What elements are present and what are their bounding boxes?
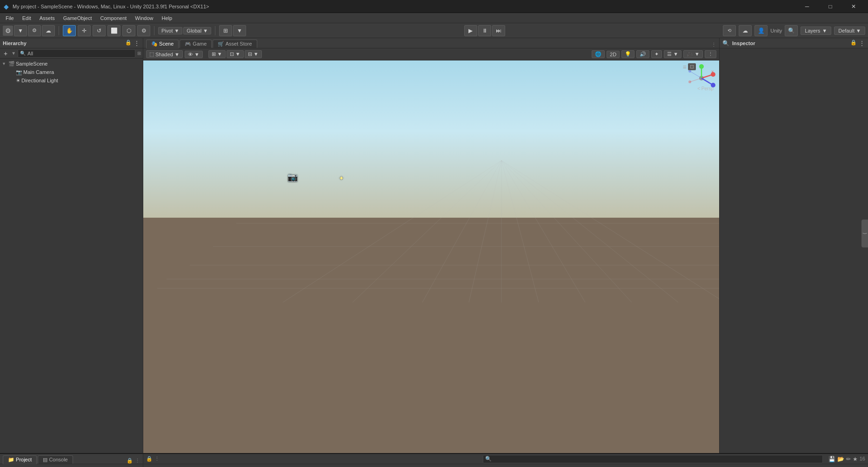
svg-text:Y: Y xyxy=(700,65,702,69)
asset-store-tab[interactable]: 🛒 Asset Store xyxy=(213,40,257,48)
persp-label[interactable]: < Persp xyxy=(697,86,714,91)
bottom-lock-icon[interactable]: 🔒 xyxy=(127,458,133,464)
directional-light-label: Directional Light xyxy=(21,78,58,83)
pause-button[interactable]: ⏸ xyxy=(478,25,491,36)
asset-search-input[interactable] xyxy=(494,456,820,462)
window-title: My project - SampleScene - Windows, Mac,… xyxy=(13,4,793,9)
collab-button[interactable]: ⟲ xyxy=(723,25,736,36)
search-button[interactable]: 🔍 xyxy=(785,25,798,36)
light-viewport-object[interactable]: ✦ xyxy=(339,174,344,182)
game-tab-icon: 🎮 xyxy=(185,41,191,47)
save-asset-icon[interactable]: 💾 xyxy=(828,456,835,462)
view-mode-button[interactable]: 👁 ▼ xyxy=(185,51,203,58)
menu-component[interactable]: Component xyxy=(96,14,130,22)
maximize-button[interactable]: □ xyxy=(820,0,841,13)
samplescene-label: SampleScene xyxy=(16,61,48,67)
scene-more-btn[interactable]: ⋮ xyxy=(705,50,716,58)
layout-button[interactable]: Default ▼ xyxy=(834,27,865,35)
menu-help[interactable]: Help xyxy=(158,14,176,22)
scene-tab-options[interactable]: ⋮ xyxy=(711,42,716,48)
close-button[interactable]: ✕ xyxy=(843,0,864,13)
menu-edit[interactable]: Edit xyxy=(19,14,35,22)
viewport[interactable]: ✋ ✛ ↺ ⬜ ⬡ ⚙ xyxy=(143,60,719,453)
toolbar-left-group: ⚙ ▼ ⚙ ☁ xyxy=(3,25,55,36)
camera-btn[interactable]: 🎥 ▼ xyxy=(683,50,703,58)
gizmos-btn[interactable]: ☰ ▼ xyxy=(664,50,681,58)
directional-light-item[interactable]: ▶ ☀ Directional Light xyxy=(0,76,143,85)
toolbar-dropdown-btn[interactable]: ▼ xyxy=(14,25,27,36)
menu-assets[interactable]: Assets xyxy=(36,14,59,22)
asset-search-bar[interactable]: 🔍 xyxy=(483,455,822,463)
bottom-menu-icon[interactable]: ⋮ xyxy=(135,458,140,464)
star-asset-icon[interactable]: ★ xyxy=(853,456,858,462)
main-camera-item[interactable]: ▶ 📷 Main Camera xyxy=(0,68,143,76)
snap-group: ⊞ ▼ xyxy=(219,25,246,36)
audio-btn[interactable]: 🔊 xyxy=(636,50,649,58)
layers-button[interactable]: Layers ▼ xyxy=(801,27,831,35)
bottom-center-panel: 🔒 ⋮ 🔍 💾 📂 ✏ ★ 16 Assets xyxy=(143,454,868,467)
hierarchy-header-right: 🔒 ⋮ xyxy=(125,40,140,47)
dots-menu-bottom[interactable]: ⋮ xyxy=(154,456,160,462)
window-controls[interactable]: ─ □ ✕ xyxy=(796,0,864,13)
scene-tab[interactable]: 🎭 Scene xyxy=(146,40,179,48)
svg-line-28 xyxy=(690,71,701,78)
toolbar-hand-btn[interactable]: ⚙ xyxy=(28,25,41,36)
view-dropdown-icon: ▼ xyxy=(194,52,200,57)
inspector-lock-icon[interactable]: 🔒 xyxy=(850,40,857,47)
viewport-menu-icon[interactable]: ≡ xyxy=(683,63,687,71)
lock-icon-bottom[interactable]: 🔒 xyxy=(146,456,153,462)
inspector-menu-icon[interactable]: ⋮ xyxy=(859,40,865,47)
viewport-maximize-icon[interactable]: ⊡ xyxy=(688,63,696,70)
menu-window[interactable]: Window xyxy=(131,14,157,22)
hierarchy-search[interactable]: 🔍 All xyxy=(18,49,135,58)
title-bar: ◆ My project - SampleScene - Windows, Ma… xyxy=(0,0,868,13)
console-tab[interactable]: ▤ Console xyxy=(38,455,73,464)
svg-line-26 xyxy=(690,78,701,82)
snap-button[interactable]: ⊞ xyxy=(219,25,232,36)
hand-tool-button[interactable]: ✋ xyxy=(63,25,76,36)
rect-tool-button[interactable]: ⬡ xyxy=(122,25,135,36)
view-icon: 👁 xyxy=(188,52,193,57)
scene-snap-btn[interactable]: ⊡ ▼ xyxy=(227,50,244,58)
project-tab[interactable]: 📁 Project xyxy=(3,455,37,464)
scene-vis-btn[interactable]: ⊟ ▼ xyxy=(245,50,262,58)
account-button[interactable]: 👤 xyxy=(754,25,768,36)
lighting-btn[interactable]: 💡 xyxy=(621,50,634,58)
minimize-button[interactable]: ─ xyxy=(796,0,818,13)
inspector-panel: 🔍 Inspector 🔒 ⋮ xyxy=(719,38,868,453)
global-button[interactable]: Global ▼ xyxy=(183,27,211,34)
scene-tab-label: Scene xyxy=(159,41,174,47)
services-button[interactable]: ☁ xyxy=(739,25,752,36)
shading-mode-button[interactable]: ⬚ Shaded ▼ xyxy=(146,50,183,58)
transform-tool-button[interactable]: ⚙ xyxy=(137,25,150,36)
pivot-button[interactable]: Pivot ▼ xyxy=(158,27,182,34)
play-button[interactable]: ▶ xyxy=(464,25,477,36)
scale-tool-button[interactable]: ⬜ xyxy=(107,25,120,36)
hierarchy-menu-icon[interactable]: ⋮ xyxy=(134,40,140,47)
game-tab[interactable]: 🎮 Game xyxy=(180,40,212,48)
move-tool-button[interactable]: ✛ xyxy=(78,25,91,36)
menu-gameobject[interactable]: GameObject xyxy=(60,14,96,22)
scene-grid-btn[interactable]: ⊞ ▼ xyxy=(208,50,226,58)
right-edge-expand-tab[interactable]: ⟩ xyxy=(861,220,868,247)
hierarchy-filter-button[interactable]: ⊞ xyxy=(137,51,141,56)
project-add-button[interactable]: + xyxy=(3,466,7,467)
rotate-tool-button[interactable]: ↺ xyxy=(93,25,106,36)
toolbar-cloud-btn[interactable]: ☁ xyxy=(42,25,55,36)
hierarchy-lock-icon[interactable]: 🔒 xyxy=(125,40,132,47)
light-arrow-icon: ▶ xyxy=(9,78,15,83)
toolbar-icon-btn[interactable]: ⚙ xyxy=(3,26,13,36)
scene-options-group: ⊞ ▼ ⊡ ▼ ⊟ ▼ xyxy=(208,50,262,58)
2d-label: 2D xyxy=(610,52,616,57)
pencil-asset-icon[interactable]: ✏ xyxy=(846,456,851,462)
load-asset-icon[interactable]: 📂 xyxy=(837,456,844,462)
menu-file[interactable]: File xyxy=(2,14,18,22)
2d-btn[interactable]: 2D xyxy=(607,51,620,58)
effects-btn[interactable]: ✦ xyxy=(651,50,662,58)
globe-btn[interactable]: 🌐 xyxy=(592,50,605,58)
camera-viewport-object[interactable]: 📷 xyxy=(287,172,298,182)
hierarchy-add-button[interactable]: + xyxy=(2,50,9,57)
snap-settings-button[interactable]: ▼ xyxy=(233,25,246,36)
samplescene-item[interactable]: ▼ 🎬 SampleScene xyxy=(0,60,143,68)
step-button[interactable]: ⏭ xyxy=(492,25,505,36)
